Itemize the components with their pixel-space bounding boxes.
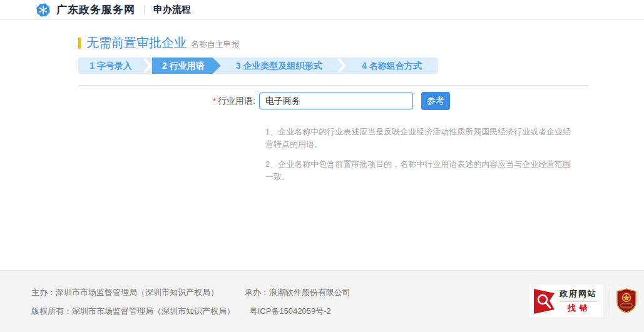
chevron-right-icon [337, 58, 345, 74]
page-footer: 主办：深圳市市场监督管理局（深圳市知识产权局） 承办：浪潮软件股份有限公司 版权… [0, 270, 644, 332]
page-subtitle: 名称自主申报 [191, 39, 240, 50]
industry-term-tips: 1、企业名称中的行业表述应当是反映企业经济活动性质所属国民经济行业或者企业经营特… [265, 126, 573, 183]
error-report-flag-icon [533, 287, 556, 314]
industry-term-label: *行业用语: [0, 96, 255, 107]
error-badge-bottom-text: 找错 [560, 301, 597, 314]
footer-line-1: 主办：深圳市市场监督管理局（深圳市知识产权局） 承办：浪潮软件股份有限公司 [31, 287, 350, 298]
site-title[interactable]: 广东政务服务网 [56, 3, 135, 17]
gdzwfw-logo-icon [36, 3, 51, 18]
gov-site-error-report-badge[interactable]: 政府网站 找错 [529, 284, 603, 317]
footer-undertaker: 承办：浪潮软件股份有限公司 [245, 288, 350, 297]
footer-host: 主办：深圳市市场监督管理局（深圳市知识产权局） [31, 288, 218, 297]
footer-icp-number[interactable]: 粤ICP备15042059号-2 [250, 306, 331, 316]
chevron-right-icon [143, 58, 151, 74]
title-accent-bar [78, 38, 81, 49]
industry-term-label-text: 行业用语: [218, 96, 255, 106]
step-tab-1[interactable]: 1 字号录入 [78, 58, 143, 74]
step-tab-2-active[interactable]: 2 行业用语 [152, 58, 221, 74]
header-divider [144, 5, 145, 14]
tip-line-2: 2、企业名称中包含前置审批项目的，名称中行业用语表述的内容应当与企业经营范围一致… [265, 158, 573, 183]
footer-line-2: 版权所有：深圳市市场监督管理局（深圳市知识产权局） 粤ICP备15042059号… [31, 306, 331, 317]
page-title-row: 无需前置审批企业 名称自主申报 [0, 20, 644, 51]
industry-term-form-row: *行业用语: 参考 [0, 92, 644, 110]
footer-copyright: 版权所有：深圳市市场监督管理局（深圳市知识产权局） [31, 306, 235, 316]
top-header: 广东政务服务网 申办流程 [0, 0, 644, 20]
page-title: 无需前置审批企业 [86, 34, 187, 51]
step-tab-3[interactable]: 3 企业类型及组织形式 [221, 58, 337, 74]
main-content: 无需前置审批企业 名称自主申报 1 字号录入 2 行业用语 3 企业类型及组织形… [0, 20, 644, 270]
error-badge-top-text: 政府网站 [560, 288, 597, 301]
reference-button[interactable]: 参考 [421, 92, 450, 110]
step-tab-4[interactable]: 4 名称组合方式 [345, 58, 438, 74]
badge-separator [610, 288, 610, 313]
nav-label-apply-flow[interactable]: 申办流程 [153, 4, 191, 16]
gov-emblem-shield-icon[interactable] [616, 288, 636, 313]
tip-line-1: 1、企业名称中的行业表述应当是反映企业经济活动性质所属国民经济行业或者企业经营特… [265, 126, 573, 151]
step-wizard: 1 字号录入 2 行业用语 3 企业类型及组织形式 4 名称组合方式 [78, 58, 438, 74]
content-divider [78, 85, 588, 86]
footer-badges: 政府网站 找错 [529, 284, 636, 317]
industry-term-input[interactable] [259, 93, 413, 109]
error-report-badge-text: 政府网站 找错 [560, 288, 597, 314]
required-asterisk: * [213, 96, 216, 106]
